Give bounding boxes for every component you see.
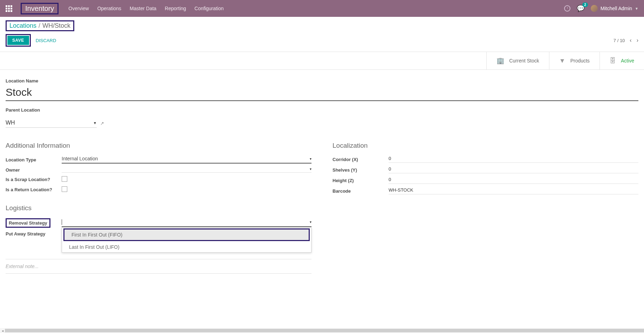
- height-input[interactable]: 0: [389, 177, 638, 184]
- stat-current-stock-label: Current Stock: [509, 58, 539, 64]
- shelves-input[interactable]: 0: [389, 166, 638, 173]
- localization-title: Localization: [333, 142, 638, 149]
- removal-strategy-value: [62, 219, 62, 225]
- nav-configuration[interactable]: Configuration: [194, 6, 224, 11]
- shelves-label: Shelves (Y): [333, 167, 389, 173]
- scrap-checkbox[interactable]: [62, 176, 67, 182]
- nav-reporting[interactable]: Reporting: [165, 6, 186, 11]
- pager-next[interactable]: ›: [637, 37, 638, 44]
- stat-active-label: Active: [621, 58, 634, 64]
- avatar: [591, 5, 598, 12]
- location-name-input[interactable]: [6, 86, 638, 101]
- building-icon: 🏢: [496, 57, 504, 65]
- owner-select[interactable]: ▾: [62, 167, 311, 173]
- nav-operations[interactable]: Operations: [97, 6, 121, 11]
- return-checkbox[interactable]: [62, 186, 67, 192]
- corridor-label: Corridor (X): [333, 157, 389, 162]
- top-right: 💬 2 Mitchell Admin ▼: [564, 5, 638, 12]
- caret-down-icon: ▼: [635, 7, 638, 11]
- pager: 7 / 10 ‹ ›: [614, 37, 638, 44]
- barcode-input[interactable]: WH-STOCK: [389, 187, 638, 194]
- corridor-input[interactable]: 0: [389, 156, 638, 163]
- clock-icon[interactable]: [564, 5, 570, 12]
- removal-strategy-label-wrap: Removal Strategy: [6, 218, 62, 228]
- height-label: Height (Z): [333, 178, 389, 183]
- parent-location-value: WH: [6, 120, 15, 126]
- breadcrumb-current: WH/Stock: [42, 22, 70, 29]
- pager-prev[interactable]: ‹: [630, 37, 631, 44]
- return-label: Is a Return Location?: [6, 187, 62, 192]
- stat-products[interactable]: ▼ Products: [549, 52, 600, 69]
- messaging-button[interactable]: 💬 2: [577, 5, 584, 12]
- external-note-input[interactable]: External note...: [6, 259, 311, 274]
- location-type-select[interactable]: Internal Location ▾: [62, 156, 311, 164]
- barcode-label: Barcode: [333, 188, 389, 194]
- save-highlight: SAVE: [6, 34, 31, 47]
- user-menu[interactable]: Mitchell Admin ▼: [591, 5, 638, 12]
- stat-current-stock[interactable]: 🏢 Current Stock: [486, 52, 549, 69]
- breadcrumb: Locations / WH/Stock: [6, 20, 74, 31]
- location-type-value: Internal Location: [62, 156, 98, 161]
- logistics-title: Logistics: [6, 204, 311, 212]
- chevron-down-icon: ▾: [310, 220, 311, 224]
- parent-location-select[interactable]: WH ▼: [6, 119, 97, 128]
- removal-strategy-select[interactable]: ▾ First In First Out (FIFO) Last In Firs…: [62, 219, 311, 227]
- nav-master-data[interactable]: Master Data: [130, 6, 156, 11]
- messages-badge: 2: [582, 2, 588, 7]
- discard-button[interactable]: DISCARD: [36, 38, 56, 43]
- breadcrumb-bar: Locations / WH/Stock: [0, 17, 644, 33]
- parent-location-label: Parent Location: [6, 107, 638, 113]
- putaway-strategy-label: Put Away Strategy: [6, 231, 62, 237]
- owner-label: Owner: [6, 167, 62, 173]
- external-link-icon[interactable]: ↗: [100, 121, 104, 126]
- nav-menu: Overview Operations Master Data Reportin…: [68, 6, 564, 11]
- top-nav: Inventory Overview Operations Master Dat…: [0, 0, 644, 17]
- location-name-label: Location Name: [6, 78, 638, 84]
- chevron-down-icon: ▼: [93, 121, 97, 125]
- dropdown-option-fifo[interactable]: First In First Out (FIFO): [64, 229, 309, 240]
- user-name: Mitchell Admin: [601, 6, 632, 11]
- stat-active[interactable]: 🗄 Active: [600, 52, 644, 69]
- archive-icon: 🗄: [610, 57, 616, 65]
- actions-bar: SAVE DISCARD 7 / 10 ‹ ›: [0, 33, 644, 52]
- apps-icon[interactable]: [6, 5, 12, 12]
- removal-strategy-label: Removal Strategy: [6, 218, 50, 228]
- dropdown-option-lifo[interactable]: Last In First Out (LIFO): [62, 242, 311, 252]
- chevron-down-icon: ▾: [310, 157, 311, 161]
- save-button[interactable]: SAVE: [7, 36, 29, 45]
- chevron-down-icon: ▾: [310, 167, 311, 171]
- app-brand[interactable]: Inventory: [21, 3, 59, 14]
- pager-counter: 7 / 10: [614, 38, 625, 43]
- breadcrumb-sep: /: [39, 22, 40, 29]
- breadcrumb-root[interactable]: Locations: [9, 22, 36, 29]
- removal-strategy-dropdown: First In First Out (FIFO) Last In First …: [62, 227, 311, 253]
- scrap-label: Is a Scrap Location?: [6, 177, 62, 182]
- stat-products-label: Products: [570, 58, 590, 64]
- filter-icon: ▼: [559, 57, 566, 65]
- stat-button-row: 🏢 Current Stock ▼ Products 🗄 Active: [0, 52, 644, 70]
- location-type-label: Location Type: [6, 157, 62, 162]
- nav-overview[interactable]: Overview: [68, 6, 89, 11]
- additional-info-title: Additional Information: [6, 142, 311, 149]
